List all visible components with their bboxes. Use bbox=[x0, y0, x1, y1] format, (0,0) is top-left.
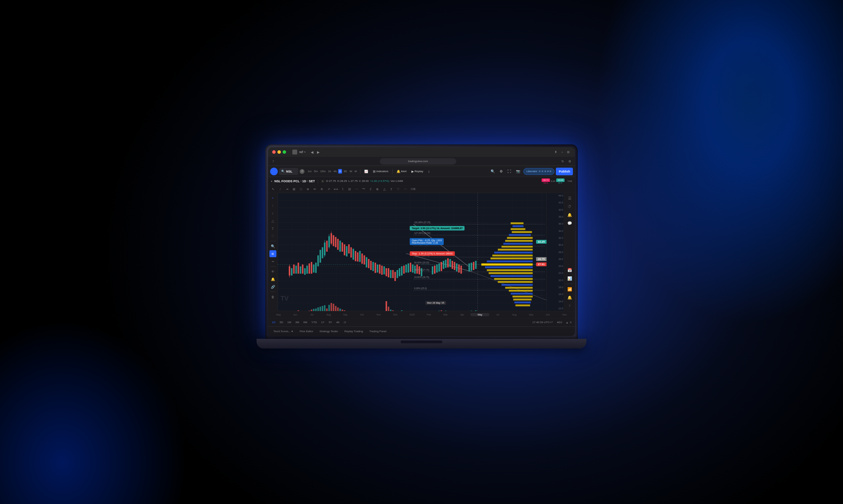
indicators-btn[interactable]: ⊞ Indicators bbox=[371, 168, 390, 175]
text-tool[interactable]: T bbox=[388, 186, 394, 192]
trading-panel-tab[interactable]: Trading Panel bbox=[367, 329, 390, 334]
grid-tool[interactable]: ⊟ bbox=[347, 186, 353, 192]
chevron-up-icon[interactable]: ▲ bbox=[566, 321, 569, 324]
forward-button[interactable]: ▶ bbox=[316, 150, 321, 154]
period-5d[interactable]: 5D bbox=[278, 320, 284, 324]
help-sidebar-icon[interactable]: ? bbox=[566, 302, 574, 310]
cross-tool[interactable]: ✛ bbox=[319, 186, 325, 192]
fib-tool[interactable]: ≋ bbox=[305, 186, 311, 192]
triangle-tool[interactable]: △ bbox=[269, 217, 276, 224]
chat-icon[interactable]: 💬 bbox=[566, 219, 574, 227]
box-tool[interactable]: □ bbox=[298, 186, 304, 192]
tf-3d[interactable]: 3D bbox=[342, 169, 348, 174]
link-tool[interactable]: 🔗 bbox=[269, 283, 276, 290]
strategy-tester-tab[interactable]: Strategy Tester bbox=[317, 329, 341, 334]
arrow-tool[interactable]: ↗ bbox=[326, 186, 332, 192]
calendar-icon[interactable]: 📅 bbox=[566, 266, 574, 274]
watchlist-icon[interactable]: ☰ bbox=[566, 194, 574, 202]
stock-screen-tab[interactable]: Stock Screen... ▼ bbox=[271, 329, 296, 334]
tf-1m[interactable]: 1m bbox=[307, 169, 312, 174]
line-draw-tool[interactable]: / bbox=[269, 202, 276, 209]
note-tool[interactable]: ♡ bbox=[395, 186, 401, 192]
eye-tool[interactable]: 👁 bbox=[269, 268, 276, 275]
alert-sidebar-icon[interactable]: 🔔 bbox=[566, 211, 574, 219]
period-ytd[interactable]: YTD bbox=[310, 320, 318, 324]
clock-sidebar-icon[interactable]: ⏱ bbox=[566, 203, 574, 210]
settings-icon[interactable]: ⚙ bbox=[567, 159, 572, 164]
tf-m[interactable]: M bbox=[353, 169, 358, 174]
elliot-tool[interactable]: ℰ bbox=[367, 186, 374, 192]
tabs-icon[interactable]: ⊞ bbox=[566, 150, 571, 154]
pattern-tool[interactable]: ⋯ bbox=[353, 186, 360, 192]
cursor-tool[interactable]: ↖ bbox=[270, 186, 276, 192]
period-5y[interactable]: 5Y bbox=[328, 320, 333, 324]
alert-btn[interactable]: 🔔 Alert bbox=[395, 168, 408, 175]
zoom-in-btn[interactable]: 🔍 bbox=[489, 168, 496, 175]
ruler-tool[interactable]: ↕ bbox=[269, 210, 276, 217]
search-tool[interactable]: 🔍 bbox=[269, 243, 276, 250]
chart-area[interactable]: 161.80% (37.25) 127.20% (34.50) 100% (31… bbox=[278, 193, 564, 311]
close-panel-icon[interactable]: ✕ bbox=[569, 321, 572, 324]
brush-tool[interactable]: ✏ bbox=[312, 186, 318, 192]
text-draw-tool[interactable]: T bbox=[269, 225, 276, 232]
gann-tool[interactable]: △ bbox=[381, 186, 387, 192]
publish-button[interactable]: Publish bbox=[556, 168, 573, 175]
reset-btn[interactable]: ⟳ bbox=[344, 321, 347, 324]
trash-tool[interactable]: 🗑 bbox=[269, 293, 276, 300]
replay-trading-tab[interactable]: Replay Trading bbox=[342, 329, 366, 334]
fibonacci-fan[interactable]: ⊛ bbox=[374, 186, 381, 192]
chart-type-btn[interactable]: 📈 bbox=[362, 168, 370, 175]
period-1d[interactable]: 1D bbox=[271, 320, 276, 324]
new-tab-icon[interactable]: + bbox=[560, 150, 565, 154]
channel-tool[interactable]: ⊞ bbox=[291, 186, 297, 192]
price-range-tool[interactable]: ⟺ bbox=[333, 186, 339, 192]
trading-panel-label: Trading Panel bbox=[369, 330, 387, 333]
crosshair-tool[interactable]: + bbox=[269, 194, 276, 201]
time-may-25: May bbox=[470, 313, 489, 316]
tab-label[interactable]: ref ~ bbox=[299, 150, 306, 154]
tf-1h[interactable]: 1h bbox=[327, 169, 332, 174]
tf-4h[interactable]: 4h bbox=[333, 169, 338, 174]
maximize-button[interactable] bbox=[283, 150, 286, 154]
period-1y[interactable]: 1Y bbox=[320, 320, 326, 324]
fullscreen-btn[interactable]: ⛶ bbox=[506, 168, 513, 175]
heart-tool[interactable]: ♡ bbox=[269, 233, 276, 240]
multi-point-tool[interactable]: ⌇ bbox=[340, 186, 346, 192]
tf-1d[interactable]: D bbox=[338, 169, 342, 174]
position-tool[interactable]: ━ bbox=[269, 258, 276, 265]
horizontal-line-tool[interactable]: ━ bbox=[284, 186, 290, 192]
line-tool[interactable]: / bbox=[277, 186, 283, 192]
time-oct: Oct bbox=[354, 313, 370, 316]
refresh-icon[interactable]: ↻ bbox=[560, 159, 565, 164]
wave-tool[interactable]: 〜 bbox=[360, 186, 367, 192]
help-icon[interactable]: ? bbox=[271, 159, 276, 164]
pine-editor-tab[interactable]: Pine Editor bbox=[297, 329, 316, 334]
more-btn[interactable]: ↕ bbox=[426, 168, 432, 175]
notification-icon[interactable]: 🔔 bbox=[566, 294, 574, 301]
symbol-search[interactable]: 🔍 NSL bbox=[279, 168, 298, 175]
tf-5m[interactable]: 5m bbox=[313, 169, 319, 174]
liberator-btn[interactable]: Liberator ① ② ③ ④ ⑤ bbox=[523, 168, 554, 175]
period-1m[interactable]: 1M bbox=[286, 320, 292, 324]
period-all[interactable]: All bbox=[335, 320, 340, 324]
more-tools[interactable]: ⋯ bbox=[402, 186, 408, 192]
risk-reward-tool[interactable]: ⊞ bbox=[269, 250, 276, 257]
period-3m[interactable]: 3M bbox=[294, 320, 300, 324]
svg-rect-98 bbox=[436, 264, 437, 272]
signal-icon[interactable]: 📶 bbox=[566, 285, 574, 293]
minimize-button[interactable] bbox=[277, 150, 281, 154]
indicator-sidebar-icon[interactable]: 📊 bbox=[566, 275, 574, 282]
svg-text:38.20% (27.75): 38.20% (27.75) bbox=[414, 269, 429, 271]
period-6m[interactable]: 6M bbox=[302, 320, 308, 324]
close-button[interactable] bbox=[272, 150, 276, 154]
settings-btn[interactable]: ⚙ bbox=[498, 168, 504, 175]
alert-price-tool[interactable]: 🔔 bbox=[269, 276, 276, 283]
back-button[interactable]: ◀ bbox=[310, 150, 315, 154]
url-bar[interactable]: tradingview.com bbox=[380, 158, 456, 165]
tf-15m[interactable]: 15m bbox=[319, 169, 327, 174]
laptop-base bbox=[257, 339, 586, 348]
tf-w[interactable]: W bbox=[349, 169, 353, 174]
share-icon[interactable]: ⬆ bbox=[553, 150, 558, 154]
replay-btn[interactable]: ▶ Replay bbox=[410, 168, 425, 175]
screenshot-btn[interactable]: 📷 bbox=[514, 168, 522, 175]
